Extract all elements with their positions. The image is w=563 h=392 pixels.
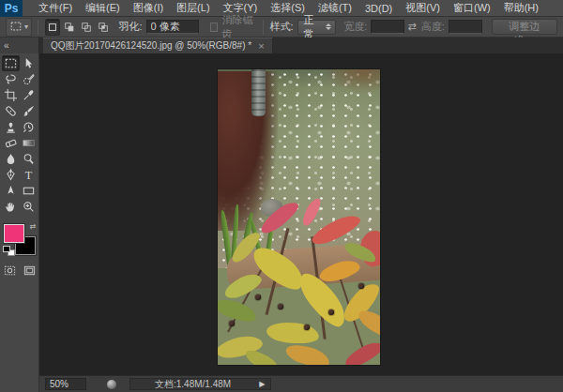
status-row: 50% 文档:1.48M/1.48M ▶ — [0, 375, 563, 392]
marquee-preset-icon — [9, 20, 23, 35]
add-selection-icon — [64, 22, 75, 33]
healing-brush-icon — [4, 104, 18, 118]
document-info[interactable]: 文档:1.48M/1.48M ▶ — [129, 378, 271, 390]
menu-help[interactable]: 帮助(H) — [497, 0, 545, 17]
tool-options-bar: ▾ 羽化: 消除锯齿 样式: 正常 宽度: ⇄ 高度: — [0, 17, 563, 38]
feather-input[interactable] — [146, 20, 199, 34]
menu-bar: Ps 文件(F) 编辑(E) 图像(I) 图层(L) 文字(Y) 选择(S) 滤… — [0, 0, 563, 17]
tool-gradient[interactable] — [20, 135, 38, 151]
gradient-icon — [22, 136, 36, 150]
antialias-option: 消除锯齿 — [210, 13, 258, 41]
clone-stamp-icon — [4, 120, 18, 134]
menu-image[interactable]: 图像(I) — [127, 0, 170, 17]
tool-brush[interactable] — [20, 103, 38, 119]
quick-mask-button[interactable] — [4, 264, 16, 280]
tool-path-selection[interactable] — [2, 183, 20, 199]
move-tool-icon — [22, 56, 36, 70]
add-to-selection-mode-button[interactable] — [62, 19, 77, 36]
canvas-area[interactable] — [39, 53, 563, 375]
tool-rectangular-marquee[interactable] — [2, 55, 20, 71]
rectangle-shape-icon — [22, 184, 36, 198]
tool-grid: T — [2, 55, 38, 215]
tool-dodge[interactable] — [20, 151, 38, 167]
photoshop-logo[interactable]: Ps — [0, 0, 23, 17]
foreground-color-swatch[interactable] — [4, 224, 24, 243]
chevron-down-icon: ▾ — [24, 23, 28, 31]
separator — [38, 20, 38, 35]
subtract-selection-icon — [81, 22, 92, 33]
collapse-panel-icon[interactable]: « — [4, 40, 9, 51]
subtract-from-selection-mode-button[interactable] — [79, 19, 94, 36]
history-brush-icon — [22, 120, 36, 134]
menu-window[interactable]: 窗口(W) — [447, 0, 497, 17]
width-label: 宽度: — [343, 20, 367, 34]
intersect-selection-icon — [98, 22, 109, 33]
menu-3d[interactable]: 3D(D) — [358, 0, 399, 17]
menu-file[interactable]: 文件(F) — [32, 0, 79, 17]
adobe-drive-icon — [107, 380, 116, 389]
tools-panel: T ⇄ — [0, 53, 39, 375]
blur-drop-icon — [4, 152, 18, 166]
combo-arrows-icon — [326, 23, 331, 30]
tool-blur[interactable] — [2, 151, 20, 167]
tool-clone-stamp[interactable] — [2, 119, 20, 135]
tool-quick-selection[interactable] — [20, 71, 38, 87]
new-selection-mode-button[interactable] — [45, 19, 60, 36]
close-icon[interactable]: × — [258, 41, 264, 52]
tool-rectangle-shape[interactable] — [20, 183, 38, 199]
style-dropdown[interactable]: 正常 — [297, 20, 337, 35]
menu-view[interactable]: 视图(V) — [399, 0, 447, 17]
feather-label: 羽化: — [118, 20, 142, 34]
default-colors-icon[interactable] — [3, 246, 15, 256]
screen-mode-button[interactable] — [23, 264, 36, 280]
tool-eraser[interactable] — [2, 135, 20, 151]
toolbar-collapse-strip: « — [0, 38, 39, 53]
document-tab-bar: « QQ图片20170426124520.jpg @ 50%(RGB/8#) *… — [0, 38, 563, 53]
tool-lasso[interactable] — [2, 71, 20, 87]
tool-horizontal-type[interactable]: T — [20, 167, 38, 183]
style-value: 正常 — [304, 13, 321, 41]
tool-spot-healing-brush[interactable] — [2, 103, 20, 119]
antialias-checkbox[interactable] — [210, 23, 219, 32]
rectangular-marquee-icon — [4, 56, 18, 70]
type-tool-icon: T — [22, 168, 36, 182]
tool-history-brush[interactable] — [20, 119, 38, 135]
photoshop-window: Ps 文件(F) 编辑(E) 图像(I) 图层(L) 文字(Y) 选择(S) 滤… — [0, 0, 563, 392]
brush-icon — [22, 104, 36, 118]
quick-selection-icon — [22, 72, 36, 86]
tool-crop[interactable] — [2, 87, 20, 103]
tool-hand[interactable] — [2, 199, 20, 215]
tool-move[interactable] — [20, 55, 38, 71]
open-document-image[interactable] — [218, 69, 380, 365]
dodge-icon — [22, 152, 36, 166]
antialias-label: 消除锯齿 — [221, 13, 257, 41]
pen-icon — [4, 168, 18, 182]
height-input[interactable] — [449, 20, 482, 34]
document-tab-title: QQ图片20170426124520.jpg @ 50%(RGB/8#) * — [51, 39, 251, 53]
path-selection-icon — [4, 184, 18, 198]
svg-text:T: T — [24, 169, 32, 182]
tool-pen[interactable] — [2, 167, 20, 183]
separator — [263, 20, 264, 35]
tool-eyedropper[interactable] — [20, 87, 38, 103]
status-menu-arrow-icon[interactable]: ▶ — [259, 380, 265, 388]
hand-icon — [4, 200, 18, 214]
active-document-tab[interactable]: QQ图片20170426124520.jpg @ 50%(RGB/8#) * × — [43, 38, 273, 53]
zoom-magnifier-icon — [22, 200, 36, 214]
menu-edit[interactable]: 编辑(E) — [79, 0, 127, 17]
photo-metal-post — [251, 69, 266, 116]
height-label: 高度: — [421, 20, 445, 34]
color-swatches: ⇄ — [3, 222, 37, 256]
eraser-icon — [4, 136, 18, 150]
document-size-text: 文档:1.48M/1.48M — [155, 378, 231, 391]
tool-zoom[interactable] — [20, 199, 38, 215]
swap-colors-icon[interactable]: ⇄ — [30, 222, 37, 231]
tool-preset-picker[interactable]: ▾ — [6, 18, 32, 37]
zoom-level-field[interactable]: 50% — [45, 378, 86, 390]
intersect-selection-mode-button[interactable] — [96, 19, 111, 36]
refine-edge-button[interactable]: 调整边缘… — [492, 19, 557, 35]
new-selection-icon — [47, 22, 58, 33]
status-bar: 50% 文档:1.48M/1.48M ▶ — [39, 375, 563, 392]
width-input[interactable] — [371, 20, 404, 34]
swap-dimensions-icon[interactable]: ⇄ — [407, 21, 416, 33]
